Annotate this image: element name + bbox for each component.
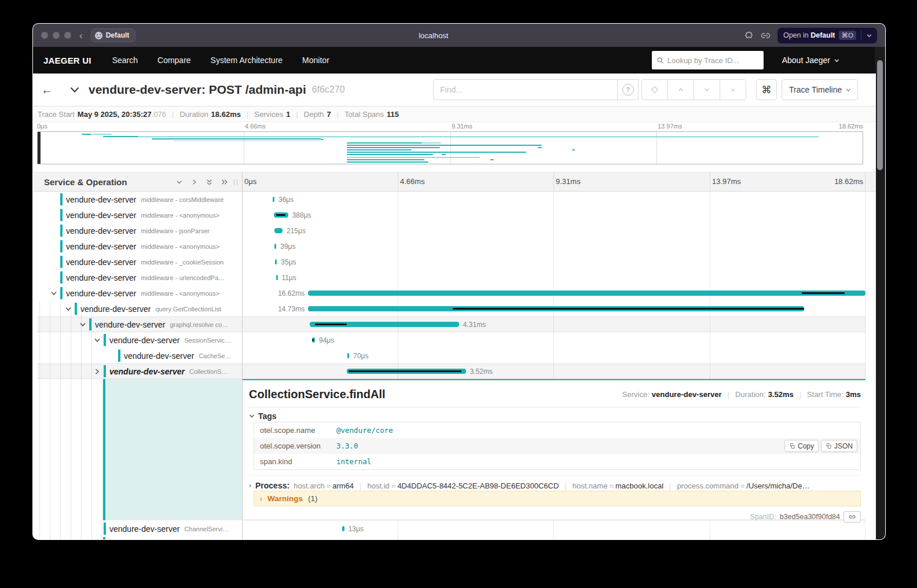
span-timeline-cell[interactable]: 11μs [242, 270, 865, 285]
trace-id-lookup-input[interactable]: Lookup by Trace ID... [652, 51, 764, 69]
tag-row[interactable]: otel.scope.version3.3.0CopyJSON [254, 438, 860, 454]
page-scrollbar-thumb[interactable] [877, 60, 883, 170]
collapse-one-icon[interactable] [175, 178, 183, 186]
span-timeline-cell[interactable]: 3.52ms [242, 363, 865, 379]
selected-span-highlight[interactable] [103, 379, 242, 520]
extensions-puzzle-icon[interactable] [744, 31, 754, 41]
warnings-section-toggle[interactable]: › Warnings (1) [254, 491, 861, 506]
span-row[interactable]: vendure-dev-serverCollectionS…3.52ms [37, 363, 865, 379]
copy-link-icon[interactable] [761, 31, 771, 41]
browser-tab[interactable]: Default [91, 28, 136, 42]
process-section-toggle[interactable]: › Process: host.arch=arm64|host.id=4D4DD… [249, 475, 861, 490]
span-tree-cell[interactable]: vendure-dev-servermiddleware - <anonymou… [37, 238, 242, 254]
address-url[interactable]: localhost [419, 31, 448, 40]
nav-item-compare[interactable]: Compare [157, 56, 191, 65]
span-timeline-cell[interactable]: 16.62ms [242, 285, 865, 301]
span-duration-bar[interactable] [347, 353, 349, 358]
span-row[interactable]: vendure-dev-servergraphql.resolve co…4.3… [37, 317, 865, 332]
span-timeline-cell[interactable]: 14.73ms [242, 301, 865, 317]
close-window-button[interactable] [41, 32, 48, 39]
span-row[interactable]: vendure-dev-servermiddleware - urlencode… [37, 270, 865, 285]
span-tree-cell[interactable]: vendure-dev-servermiddleware - _cookieSe… [37, 254, 242, 270]
span-duration-bar[interactable] [276, 275, 278, 280]
chevron-down-icon[interactable] [866, 32, 872, 39]
json-button[interactable]: JSON [821, 440, 857, 452]
expand-all-icon[interactable] [221, 178, 228, 186]
zoom-window-button[interactable] [64, 32, 71, 39]
find-next-button[interactable] [694, 79, 720, 100]
span-timeline-cell[interactable]: 4.31ms [242, 317, 865, 332]
column-divider[interactable] [242, 172, 243, 539]
span-timeline-cell[interactable]: 35μs [242, 254, 865, 270]
span-timeline-cell[interactable]: 13μs [242, 521, 865, 536]
span-timeline-cell[interactable]: 388μs [242, 207, 865, 223]
expand-one-icon[interactable] [190, 178, 198, 186]
span-tree-cell[interactable]: vendure-dev-servermiddleware - <anonymou… [37, 285, 242, 301]
span-row[interactable]: vendure-dev-serverquery GetCollectionLis… [37, 301, 865, 317]
open-in-default-button[interactable]: Open in Default ⌘O [777, 28, 877, 43]
span-tree-cell[interactable]: vendure-dev-serverquery GetCollectionLis… [37, 301, 242, 317]
page-scrollbar[interactable] [875, 47, 885, 539]
minimap-left-drag-handle[interactable] [38, 132, 41, 164]
span-row[interactable]: vendure-dev-servermiddleware - <anonymou… [37, 238, 865, 254]
span-row[interactable]: vendure-dev-servermiddleware - <anonymou… [37, 285, 865, 301]
keyboard-shortcuts-button[interactable]: ⌘ [756, 79, 777, 100]
span-tree-cell[interactable]: vendure-dev-servermiddleware - urlencode… [37, 270, 242, 285]
chevron-down-icon[interactable] [79, 321, 86, 328]
trace-minimap[interactable] [37, 131, 863, 164]
chevron-down-icon[interactable] [94, 337, 101, 344]
trace-view-select[interactable]: Trace Timeline [782, 79, 858, 100]
span-row[interactable]: vendure-dev-serverCacheSe…70μs [37, 348, 865, 363]
span-duration-bar[interactable] [274, 228, 283, 233]
chevron-down-icon[interactable] [50, 290, 57, 297]
span-duration-bar[interactable] [273, 197, 274, 202]
collapse-all-icon[interactable] [206, 178, 213, 186]
find-help-button[interactable]: ? [618, 79, 639, 100]
span-row[interactable]: vendure-dev-servermiddleware - jsonParse… [37, 223, 865, 238]
chevron-right-icon[interactable] [94, 368, 101, 375]
about-jaeger-menu[interactable]: About Jaeger [782, 56, 840, 65]
span-tree-cell[interactable]: vendure-dev-serverCollectionS… [37, 363, 242, 379]
span-tree-cell[interactable]: vendure-dev-servergraphql.resolve co… [37, 317, 242, 332]
span-row[interactable]: vendure-dev-servermiddleware - corsMiddl… [37, 192, 865, 207]
span-timeline-cell[interactable]: 36μs [242, 192, 865, 207]
span-row[interactable]: vendure-dev-serverSessionServic…94μs [37, 332, 865, 348]
back-arrow-button[interactable]: ← [33, 83, 61, 97]
nav-item-search[interactable]: Search [112, 56, 138, 65]
column-resize-grip[interactable] [234, 179, 237, 185]
span-timeline-cell[interactable]: 215μs [242, 223, 865, 238]
nav-item-system-architecture[interactable]: System Architecture [211, 56, 283, 65]
chevron-down-icon[interactable] [65, 306, 72, 313]
span-row[interactable]: vendure-dev-servermiddleware - _cookieSe… [37, 254, 865, 270]
browser-back-icon[interactable]: ‹ [79, 31, 83, 41]
span-row[interactable]: vendure-dev-servermiddleware - <anonymou… [37, 207, 865, 223]
span-tree-cell[interactable]: vendure-dev-serverChannelServi… [37, 521, 242, 536]
collapse-header-chevron-icon[interactable] [69, 84, 80, 95]
nav-item-monitor[interactable]: Monitor [302, 56, 329, 65]
tag-row[interactable]: span.kindinternal [254, 454, 860, 469]
span-duration-bar[interactable] [342, 526, 344, 531]
span-tree-cell[interactable]: vendure-dev-servermiddleware - jsonParse… [37, 223, 242, 238]
span-tree-cell[interactable]: vendure-dev-serverSessionServic… [37, 332, 242, 348]
span-row[interactable]: vendure-dev-serverChannelServi…13μs [37, 521, 865, 536]
find-prev-button[interactable] [667, 79, 694, 100]
span-tree-cell[interactable]: vendure-dev-serverCacheSe… [37, 348, 242, 363]
minimap-canvas[interactable] [38, 132, 863, 164]
find-filter-button[interactable] [641, 79, 668, 100]
span-duration-bar[interactable] [275, 259, 277, 264]
minimize-window-button[interactable] [53, 32, 60, 39]
span-timeline-cell[interactable]: 70μs [242, 348, 865, 363]
find-clear-button[interactable]: × [720, 79, 746, 100]
span-timeline-cell[interactable]: 94μs [242, 332, 865, 348]
copy-button[interactable]: Copy [784, 440, 819, 452]
tag-row[interactable]: otel.scope.name@vendure/core [254, 422, 860, 438]
span-tree-cell[interactable]: vendure-dev-servermiddleware - <anonymou… [37, 207, 242, 223]
span-duration-bar[interactable] [308, 291, 865, 296]
span-timeline-cell[interactable]: 39μs [242, 238, 865, 254]
span-duration-bar[interactable] [274, 244, 276, 249]
span-tree-cell[interactable]: vendure-dev-servermiddleware - corsMiddl… [37, 192, 242, 207]
window-controls[interactable] [41, 32, 71, 39]
find-input[interactable]: Find... [433, 79, 618, 100]
jaeger-brand[interactable]: JAEGER UI [43, 56, 91, 65]
tags-section-toggle[interactable]: Tags [249, 411, 277, 421]
